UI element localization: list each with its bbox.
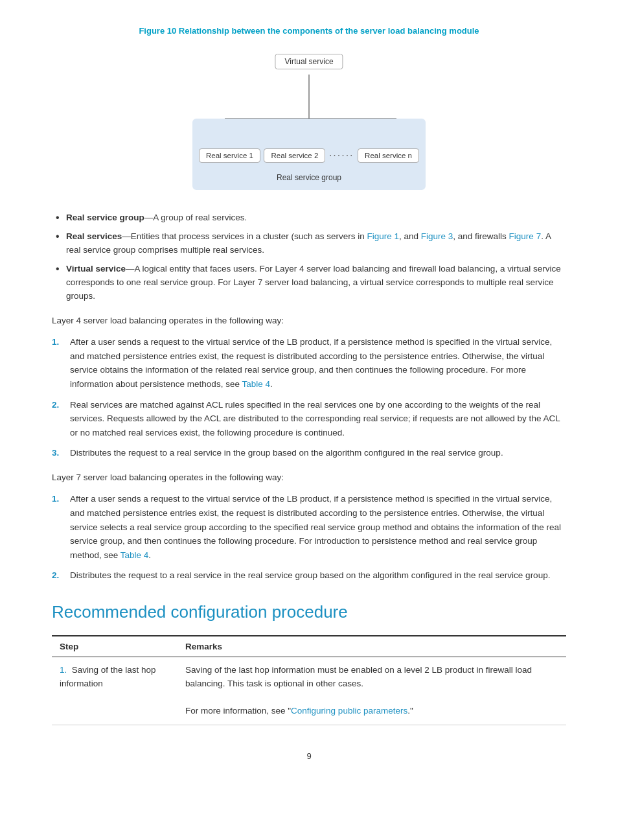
bullet-real-service-group: Real service group—A group of real servi… <box>52 211 566 225</box>
rs-dots: ······ <box>329 150 354 161</box>
page-number: 9 <box>52 751 566 761</box>
bullet-virtual-service: Virtual service—A logical entity that fa… <box>52 262 566 303</box>
table-cell-remarks: Saving of the last hop information must … <box>177 657 566 725</box>
config-table: Step Remarks 1. Saving of the last hop i… <box>52 635 566 725</box>
real-service-2: Real service 2 <box>264 148 325 163</box>
link-table4-l7[interactable]: Table 4 <box>120 550 149 560</box>
layer4-step3-num: 3. <box>52 446 70 460</box>
real-service-1: Real service 1 <box>199 148 260 163</box>
layer7-step-1: 1. After a user sends a request to the v… <box>52 492 566 562</box>
col-header-step: Step <box>52 636 177 657</box>
table-cell-step: 1. Saving of the last hop information <box>52 657 177 725</box>
layer7-step1-num: 1. <box>52 492 70 562</box>
desc-virtual-service: A logical entity that faces users. For L… <box>66 264 561 301</box>
layer4-steps: 1. After a user sends a request to the v… <box>52 335 566 460</box>
separator-3: — <box>126 264 135 274</box>
desc-real-services: Entities that process services in a clus… <box>131 231 367 241</box>
definition-list: Real service group—A group of real servi… <box>52 211 566 303</box>
layer4-intro: Layer 4 server load balancing operates i… <box>52 314 566 328</box>
term-real-services: Real services <box>66 231 122 241</box>
bullet-real-services: Real services—Entities that process serv… <box>52 230 566 257</box>
layer7-step1-text: After a user sends a request to the virt… <box>70 492 566 562</box>
table-header-row: Step Remarks <box>52 636 566 657</box>
step-number: 1. <box>60 665 67 675</box>
layer4-step3-text: Distributes the request to a real servic… <box>70 446 566 460</box>
figure-section: Figure 10 Relationship between the compo… <box>52 26 566 192</box>
step-label: Saving of the last hop information <box>60 665 156 688</box>
link-figure7[interactable]: Figure 7 <box>509 231 542 241</box>
layer4-step-2: 2. Real services are matched against ACL… <box>52 398 566 440</box>
separator-1: — <box>144 213 154 222</box>
table-row: 1. Saving of the last hop information Sa… <box>52 657 566 725</box>
layer7-intro: Layer 7 server load balancing operates i… <box>52 471 566 485</box>
layer7-step-2: 2. Distributes the request to a real ser… <box>52 568 566 583</box>
link-table4-l4[interactable]: Table 4 <box>242 379 270 389</box>
diagram: Virtual service Real service 1 Real serv… <box>186 47 432 190</box>
layer4-step1-text: After a user sends a request to the virt… <box>70 335 566 391</box>
term-virtual-service: Virtual service <box>66 264 126 274</box>
col-header-remarks: Remarks <box>177 636 566 657</box>
real-service-n: Real service n <box>358 148 419 163</box>
figure-caption: Figure 10 Relationship between the compo… <box>52 26 566 36</box>
layer4-step-3: 3. Distributes the request to a real ser… <box>52 446 566 460</box>
virtual-service-box: Virtual service <box>275 54 343 69</box>
link-figure1[interactable]: Figure 1 <box>367 231 399 241</box>
layer4-step2-text: Real services are matched against ACL ru… <box>70 398 566 440</box>
remarks-text-1: Saving of the last hop information must … <box>185 665 532 688</box>
layer7-step2-text: Distributes the request to a real servic… <box>70 568 566 583</box>
real-service-group-box: Real service 1 Real service 2 ······ Rea… <box>192 119 426 190</box>
layer7-steps: 1. After a user sends a request to the v… <box>52 492 566 583</box>
term-real-service-group: Real service group <box>66 213 144 222</box>
layer4-step2-num: 2. <box>52 398 70 440</box>
remarks-text-2: For more information, see "Configuring p… <box>185 706 413 716</box>
separator-2: — <box>122 231 131 241</box>
desc-real-service-group: A group of real services. <box>153 213 247 222</box>
link-configuring-public-params[interactable]: Configuring public parameters <box>291 706 407 716</box>
layer4-step1-num: 1. <box>52 335 70 391</box>
layer4-step-1: 1. After a user sends a request to the v… <box>52 335 566 391</box>
section-heading: Recommended configuration procedure <box>52 602 566 622</box>
real-service-group-label: Real service group <box>277 173 341 182</box>
virtual-service-label: Virtual service <box>284 57 333 66</box>
layer7-step2-num: 2. <box>52 568 70 583</box>
link-figure3[interactable]: Figure 3 <box>421 231 453 241</box>
